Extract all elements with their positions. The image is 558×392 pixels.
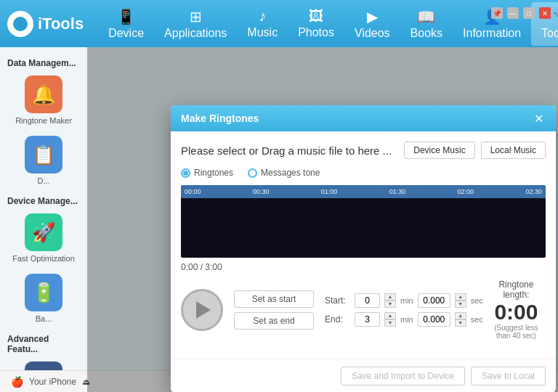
music-source-buttons: Device Music Local Music [404,142,546,159]
play-button[interactable] [181,289,223,331]
apple-icon: 🍎 [11,376,23,388]
device-name: Your iPhone [29,377,76,387]
drag-text: Please select or Drag a music file to he… [181,144,392,157]
start-min-up[interactable]: ▲ [384,293,396,301]
set-as-end-button[interactable]: Set as end [234,312,314,330]
modal-body: Please select or Drag a music file to he… [171,131,556,359]
time-inputs: Start: ▲ ▼ min ▲ ▼ [325,293,483,327]
drag-area: Please select or Drag a music file to he… [181,142,546,159]
ringtone-maker-label: Ringtone Maker [15,116,72,125]
end-sec-input[interactable] [418,312,450,327]
make-ringtones-modal: Make Ringtones ✕ Please select or Drag a… [171,105,556,392]
nav-photos[interactable]: 🖼 Photos [288,2,344,46]
end-min-input[interactable] [355,312,380,327]
set-as-start-button[interactable]: Set as start [234,290,314,308]
end-sec-unit: sec [471,315,483,324]
start-sec-unit: sec [471,296,483,305]
nav-books[interactable]: 📖 Books [400,2,453,46]
play-icon [196,301,211,319]
messages-tone-radio-button[interactable] [248,168,257,178]
sidebar-item-ba[interactable]: 🔋 Ba... [7,274,80,323]
tone-type-radio-group: Ringtones Messages tone [181,168,546,178]
ringtones-radio-button[interactable] [181,168,190,178]
device-icon: 📱 [117,8,135,25]
modal-footer: Save and Import to Device Save to Local [171,359,556,392]
nav-device[interactable]: 📱 Device [98,2,154,46]
local-music-button[interactable]: Local Music [481,142,546,159]
logo-icon [13,17,28,31]
timeline-mark-4: 02:00 [458,188,474,195]
sidebar-item-ringtone-maker[interactable]: 🔔 Ringtone Maker [7,75,80,125]
end-label: End: [325,314,350,324]
nav-videos[interactable]: ▶ Videos [344,2,400,46]
sidebar-section-data-title: Data Managem... [7,58,80,68]
end-sec-up[interactable]: ▲ [455,312,466,319]
sidebar-item-fast-optimization[interactable]: 🚀 Fast Optimization [7,213,80,263]
fast-optimization-label: Fast Optimization [12,254,75,263]
bottom-left: 🍎 Your iPhone ⏏ [11,376,90,388]
nav-photos-label: Photos [298,26,334,39]
end-min-down[interactable]: ▼ [384,319,396,327]
start-label: Start: [325,295,350,306]
nav-applications[interactable]: ⊞ Applications [154,2,237,46]
sidebar: Data Managem... 🔔 Ringtone Maker 📋 D... … [0,47,87,392]
nav-music[interactable]: ♪ Music [237,2,288,46]
ringtones-radio-label[interactable]: Ringtones [181,168,233,178]
pin-button[interactable]: 📌 [491,7,503,19]
close-app-button[interactable]: ✕ [539,7,551,19]
ringtone-length: Ringtone length: 0:00 (Suggest less than… [494,279,546,340]
start-min-unit: min [400,296,413,305]
start-min-input[interactable] [355,293,380,308]
ringtone-maker-icon: 🔔 [25,75,62,113]
timeline-mark-5: 02:30 [525,188,542,195]
photos-icon: 🖼 [309,8,323,25]
app-name: iTools [38,15,84,33]
modal-close-button[interactable]: ✕ [531,111,546,126]
sidebar-item-d[interactable]: 📋 D... [7,136,80,185]
d-label: D... [37,176,49,185]
content-area: Data Managem... 🔔 Ringtone Maker 📋 D... … [0,47,558,392]
ringtone-length-label: Ringtone length: [494,279,538,300]
videos-icon: ▶ [367,8,378,25]
minimize-button[interactable]: — [507,7,519,19]
end-sec-down[interactable]: ▼ [455,319,466,327]
end-sec-spinner: ▲ ▼ [455,312,466,327]
messages-tone-radio-label[interactable]: Messages tone [248,168,320,178]
ba-label: Ba... [36,314,52,323]
timeline-mark-0: 00:00 [185,188,201,195]
end-min-spinner: ▲ ▼ [384,312,396,327]
d-icon: 📋 [25,136,62,173]
save-local-button[interactable]: Save to Local [471,367,546,385]
nav-information-label: Information [463,27,521,40]
timeline-mark-3: 01:30 [389,188,406,195]
sidebar-section-advanced-title: Advanced Featu... [7,334,80,354]
time-display: 0:00 / 3:00 [181,262,546,272]
end-time-row: End: ▲ ▼ min ▲ ▼ s [325,312,483,327]
messages-tone-radio-text: Messages tone [261,168,320,178]
nav-items: 📱 Device ⊞ Applications ♪ Music 🖼 Photos… [98,2,558,46]
start-sec-up[interactable]: ▲ [455,293,466,301]
modal-title: Make Ringtones [181,113,259,124]
maximize-button[interactable]: □ [523,7,535,19]
timeline-marks: 00:00 00:30 01:00 01:30 02:00 02:30 [185,188,542,195]
books-icon: 📖 [417,8,435,25]
start-sec-input[interactable] [418,293,450,308]
start-sec-down[interactable]: ▼ [455,301,466,308]
controls-area: Set as start Set as end Start: ▲ ▼ min [181,279,546,340]
logo-circle [7,11,33,37]
save-import-button[interactable]: Save and Import to Device [341,367,465,385]
start-min-down[interactable]: ▼ [384,301,396,308]
window-controls: 📌 — □ ✕ [491,7,551,19]
nav-music-label: Music [247,26,278,39]
main-area: Make Ringtones ✕ Please select or Drag a… [87,47,558,392]
sidebar-section-device-title: Device Manage... [7,196,80,206]
waveform[interactable] [181,198,546,258]
end-min-up[interactable]: ▲ [384,312,396,319]
sidebar-section-data: Data Managem... 🔔 Ringtone Maker 📋 D... [7,58,80,185]
set-buttons: Set as start Set as end [234,290,314,330]
device-music-button[interactable]: Device Music [404,142,474,159]
start-sec-spinner: ▲ ▼ [455,293,466,308]
ringtones-radio-text: Ringtones [194,168,233,178]
nav-device-label: Device [108,27,144,40]
ba-icon: 🔋 [25,274,62,311]
